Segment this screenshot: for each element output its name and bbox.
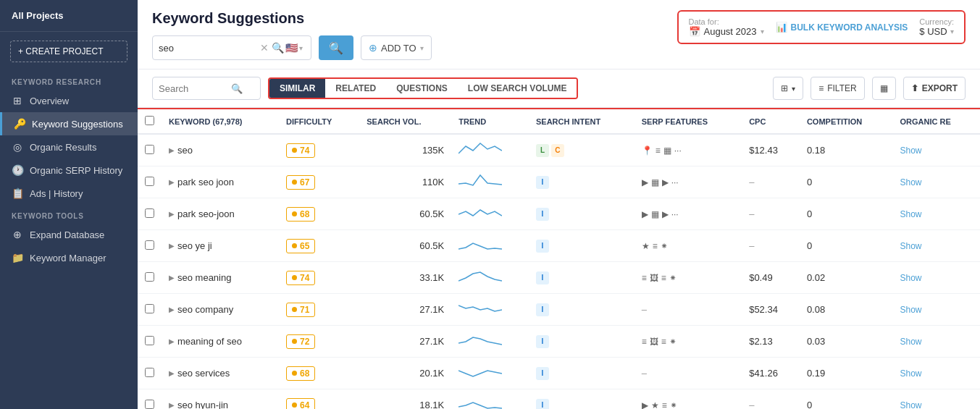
expand-btn-3[interactable]: ▶ — [169, 242, 175, 250]
row-checkbox-6[interactable] — [138, 326, 162, 358]
expand-btn-6[interactable]: ▶ — [169, 337, 175, 345]
intent-badge-I-7: I — [536, 367, 549, 380]
sidebar-icon-expand-database: ⊕ — [12, 229, 23, 240]
search-button[interactable]: 🔍 — [319, 35, 353, 60]
trend-cell-0 — [451, 134, 529, 166]
col-difficulty[interactable]: DIFFICULTY — [279, 109, 359, 134]
show-link-7[interactable]: Show — [900, 368, 921, 379]
main-content: Keyword Suggestions ✕ 🔍 🇺🇸 ▾ 🔍 ⊕ ADD TO … — [138, 0, 980, 409]
trend-svg-0 — [458, 140, 502, 158]
row-checkbox-3[interactable] — [138, 230, 162, 262]
expand-btn-4[interactable]: ▶ — [169, 274, 175, 282]
serp-icon-2-3: ⁕ — [661, 241, 668, 251]
expand-btn-2[interactable]: ▶ — [169, 210, 175, 218]
sidebar-item-organic-results[interactable]: ◎ Organic Results — [0, 135, 138, 159]
competition-val-6: 0.03 — [807, 336, 825, 347]
expand-btn-8[interactable]: ▶ — [169, 401, 175, 409]
sidebar-section-title: KEYWORD RESEARCH — [0, 71, 138, 89]
table-row: ▶ seo services 6820.1KI–$41.260.19Show — [138, 358, 980, 389]
export-button[interactable]: ⬆ EXPORT — [903, 77, 966, 100]
show-link-4[interactable]: Show — [900, 273, 921, 283]
expand-btn-7[interactable]: ▶ — [169, 369, 175, 377]
intent-badge-I-2: I — [536, 208, 549, 221]
row-checkbox-2[interactable] — [138, 198, 162, 230]
show-link-2[interactable]: Show — [900, 209, 921, 219]
show-link-5[interactable]: Show — [900, 305, 921, 315]
row-checkbox-8[interactable] — [138, 389, 162, 410]
sidebar-item-expand-database[interactable]: ⊕ Expand Database — [0, 223, 138, 246]
diff-dot-7 — [292, 371, 297, 376]
row-checkbox-0[interactable] — [138, 134, 162, 166]
keyword-text-0: seo — [177, 145, 193, 156]
select-all-checkbox[interactable] — [138, 109, 162, 134]
col-trend[interactable]: TREND — [451, 109, 529, 134]
expand-btn-5[interactable]: ▶ — [169, 305, 175, 313]
currency-chevron[interactable]: ▾ — [950, 28, 954, 35]
col-keyword[interactable]: KEYWORD (67,978) — [162, 109, 279, 134]
expand-btn-0[interactable]: ▶ — [169, 146, 175, 154]
bulk-icon: 📊 — [776, 22, 787, 33]
columns-chevron: ▾ — [792, 85, 795, 93]
cpc-val-6: $2.13 — [749, 336, 773, 347]
data-for-chevron[interactable]: ▾ — [761, 28, 764, 35]
tab-related[interactable]: RELATED — [325, 79, 386, 98]
sidebar-item-ads-history[interactable]: 📋 Ads | History — [0, 182, 138, 205]
tab-similar[interactable]: SIMILAR — [269, 79, 325, 98]
filter-search-input[interactable] — [159, 83, 231, 94]
trend-svg-3 — [458, 236, 502, 253]
show-link-1[interactable]: Show — [900, 177, 921, 187]
organic-re-cell-2: Show — [892, 198, 980, 230]
data-for-month: August 2023 — [704, 26, 757, 37]
view-toggle-button[interactable]: ▦ — [872, 77, 896, 100]
calendar-icon: 📅 — [689, 26, 700, 37]
show-link-0[interactable]: Show — [900, 146, 921, 156]
keyword-cell-2: ▶ park seo-joon — [162, 198, 279, 230]
sidebar-item-keyword-suggestions[interactable]: 🔑 Keyword Suggestions — [0, 112, 138, 135]
flag-icon: 🇺🇸 — [285, 42, 298, 54]
flag-dropdown-icon[interactable]: ▾ — [299, 44, 303, 52]
col-cpc[interactable]: CPC — [742, 109, 800, 134]
trend-cell-8 — [451, 389, 529, 410]
intent-badge-I-3: I — [536, 240, 549, 253]
expand-btn-1[interactable]: ▶ — [169, 178, 175, 186]
col-competition[interactable]: COMPETITION — [800, 109, 893, 134]
intent-badge-I-6: I — [536, 335, 549, 348]
sidebar-item-keyword-manager[interactable]: 📁 Keyword Manager — [0, 246, 138, 269]
show-link-8[interactable]: Show — [900, 400, 921, 409]
sidebar-item-organic-serp-history[interactable]: 🕐 Organic SERP History — [0, 159, 138, 182]
sidebar-item-overview[interactable]: ⊞ Overview — [0, 89, 138, 112]
columns-button[interactable]: ⊞ ▾ — [773, 77, 803, 100]
row-checkbox-4[interactable] — [138, 262, 162, 294]
col-search_intent[interactable]: SEARCH INTENT — [529, 109, 635, 134]
search-vol-cell-4: 33.1K — [359, 262, 451, 294]
difficulty-cell-8: 64 — [279, 389, 359, 410]
keyword-cell-1: ▶ park seo joon — [162, 166, 279, 198]
add-to-chevron: ▾ — [420, 44, 424, 52]
competition-cell-2: 0 — [800, 198, 893, 230]
create-project-button[interactable]: + CREATE PROJECT — [10, 41, 127, 62]
cpc-cell-1: – — [742, 166, 800, 198]
filter-button[interactable]: ≡ FILTER — [811, 77, 864, 100]
col-search_vol[interactable]: SEARCH VOL. — [359, 109, 451, 134]
serp-cell-5: – — [635, 294, 742, 326]
clear-icon[interactable]: ✕ — [260, 42, 269, 54]
logo-text: All Projects — [12, 10, 64, 21]
cpc-val-7: $41.26 — [749, 368, 778, 379]
cpc-cell-3: – — [742, 230, 800, 262]
tab-questions[interactable]: QUESTIONS — [386, 79, 458, 98]
col-serp_features[interactable]: SERP FEATURES — [635, 109, 742, 134]
search-vol-8: 18.1K — [419, 400, 444, 409]
organic-re-cell-1: Show — [892, 166, 980, 198]
show-link-6[interactable]: Show — [900, 337, 921, 347]
row-checkbox-7[interactable] — [138, 358, 162, 389]
keyword-search-input[interactable] — [159, 43, 260, 54]
col-organic_re[interactable]: ORGANIC RE — [892, 109, 980, 134]
row-checkbox-1[interactable] — [138, 166, 162, 198]
tab-low-search-volume[interactable]: LOW SEARCH VOLUME — [458, 79, 577, 98]
show-link-3[interactable]: Show — [900, 241, 921, 251]
search-vol-cell-8: 18.1K — [359, 389, 451, 410]
add-to-button[interactable]: ⊕ ADD TO ▾ — [361, 35, 432, 60]
search-vol-cell-1: 110K — [359, 166, 451, 198]
row-checkbox-5[interactable] — [138, 294, 162, 326]
bulk-label[interactable]: BULK KEYWORD ANALYSIS — [791, 22, 908, 33]
